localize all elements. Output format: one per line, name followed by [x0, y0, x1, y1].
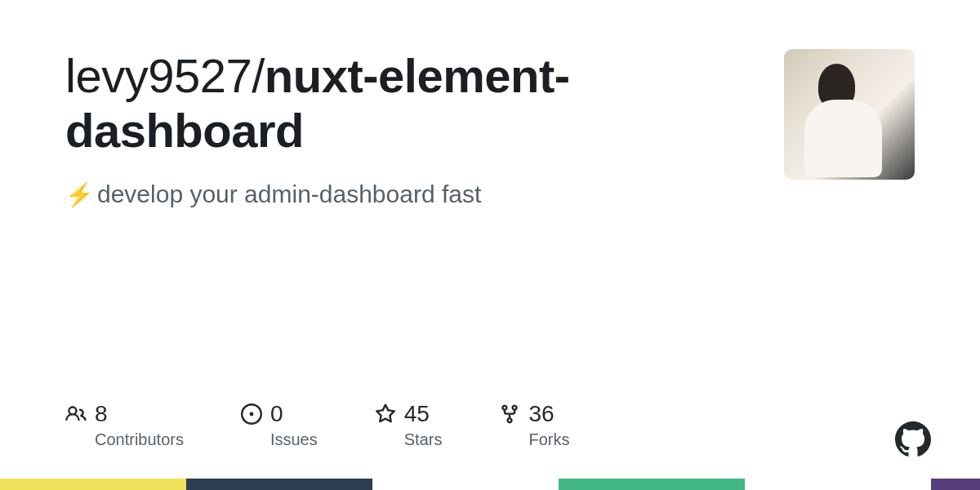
- repo-description: ⚡ develop your admin-dashboard fast: [65, 177, 735, 212]
- forks-label: Forks: [528, 430, 569, 449]
- language-color-bar: [0, 479, 980, 490]
- description-text: develop your admin-dashboard fast: [97, 177, 481, 212]
- issue-icon: [241, 403, 262, 425]
- contributors-stat[interactable]: 8 Contributors: [65, 401, 184, 449]
- stars-label: Stars: [404, 430, 443, 449]
- lightning-emoji: ⚡: [65, 179, 94, 211]
- people-icon: [65, 403, 87, 425]
- repo-separator: /: [252, 49, 265, 102]
- lang-segment-vue: [559, 479, 745, 490]
- stars-stat[interactable]: 45 Stars: [375, 401, 443, 449]
- repo-title: levy9527/nuxt-element-dashboard: [65, 49, 735, 158]
- contributors-count: 8: [95, 401, 108, 427]
- forks-stat[interactable]: 36 Forks: [499, 401, 569, 449]
- owner-avatar[interactable]: [784, 49, 915, 180]
- lang-segment-vue-dark: [186, 479, 372, 490]
- lang-segment-javascript: [0, 479, 186, 490]
- contributors-label: Contributors: [95, 430, 184, 449]
- issues-stat[interactable]: 0 Issues: [241, 401, 318, 449]
- github-logo-icon[interactable]: [895, 421, 931, 457]
- lang-segment-blank2: [745, 479, 931, 490]
- fork-icon: [499, 403, 520, 425]
- issues-count: 0: [270, 401, 283, 427]
- lang-segment-css: [931, 479, 980, 490]
- repo-owner[interactable]: levy9527: [65, 49, 252, 102]
- stars-count: 45: [404, 401, 430, 427]
- forks-count: 36: [528, 401, 554, 427]
- repo-stats: 8 Contributors 0 Issues 45 Stars 36 Fork…: [65, 401, 569, 449]
- issues-label: Issues: [270, 430, 318, 449]
- star-icon: [375, 403, 396, 425]
- lang-segment-blank1: [372, 479, 559, 490]
